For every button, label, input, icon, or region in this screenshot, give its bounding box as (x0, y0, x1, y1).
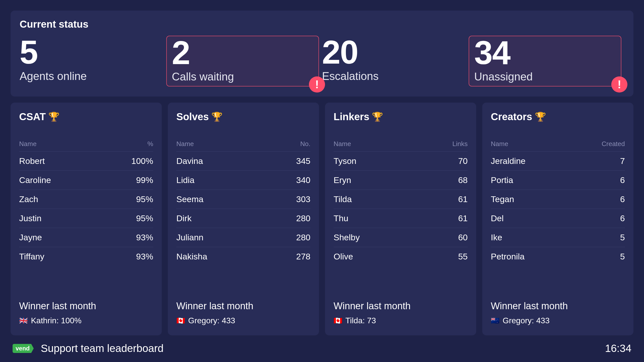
row-value: 7 (620, 156, 625, 166)
row-name: Portia (491, 175, 513, 185)
row-name: Robert (19, 156, 45, 166)
winner-info: 🇨🇦Gregory: 433 (176, 316, 310, 325)
row-name: Lidia (176, 175, 194, 185)
row-name: Shelby (334, 233, 360, 242)
row-value: 345 (296, 156, 310, 166)
board-table: NameLinksTyson70Eryn68Tilda61Thu61Shelby… (334, 140, 468, 266)
row-value: 278 (296, 252, 310, 261)
row-name: Dirk (176, 213, 191, 223)
winner-text: Gregory: 433 (188, 316, 235, 325)
table-row: Petronila5 (491, 247, 625, 266)
row-name: Juliann (176, 233, 204, 242)
status-cell-calls-waiting: 2Calls waiting! (166, 36, 319, 86)
winner-text: Gregory: 433 (503, 316, 550, 325)
row-name: Tyson (334, 156, 356, 166)
row-value: 6 (620, 194, 625, 204)
board-head: NameLinks (334, 140, 468, 152)
row-value: 70 (458, 156, 468, 166)
table-row: Nakisha278 (176, 247, 310, 266)
row-name: Eryn (334, 175, 351, 185)
table-row: Olive55 (334, 247, 468, 266)
winner-label: Winner last month (334, 301, 468, 311)
row-value: 5 (620, 233, 625, 242)
board-head: NameCreated (491, 140, 625, 152)
winner-info: 🇳🇿Gregory: 433 (491, 316, 625, 325)
flag-icon: 🇨🇦 (334, 316, 342, 325)
col-name-header: Name (334, 140, 351, 148)
board-title: Linkers🏆 (334, 111, 468, 122)
winner-label: Winner last month (19, 301, 153, 311)
table-row: Caroline99% (19, 171, 153, 190)
alert-icon: ! (309, 76, 325, 93)
leaderboards: CSAT🏆Name%Robert100%Caroline99%Zach95%Ju… (11, 103, 633, 335)
board-footer: Winner last month🇨🇦Tilda: 73 (334, 291, 468, 325)
row-name: Justin (19, 213, 42, 223)
winner-label: Winner last month (176, 301, 310, 311)
status-cells: 5Agents online2Calls waiting!20Escalatio… (20, 36, 624, 86)
table-row: Tiffany93% (19, 247, 153, 266)
table-row: Davina345 (176, 152, 310, 171)
row-value: 6 (620, 175, 625, 185)
winner-info: 🇬🇧Kathrin: 100% (19, 316, 153, 325)
board-title-text: Linkers (334, 111, 369, 122)
board-title-text: Creators (491, 111, 532, 122)
leaderboard-linkers: Linkers🏆NameLinksTyson70Eryn68Tilda61Thu… (325, 103, 476, 335)
col-name-header: Name (19, 140, 36, 148)
table-row: Seema303 (176, 190, 310, 209)
alert-icon: ! (611, 76, 627, 93)
table-row: Ike5 (491, 228, 625, 247)
col-name-header: Name (491, 140, 508, 148)
bottom-bar: vend Support team leaderboard 16:34 (11, 335, 633, 362)
board-table: NameNo.Davina345Lidia340Seema303Dirk280J… (176, 140, 310, 266)
trophy-icon: 🏆 (535, 112, 546, 122)
row-name: Tiffany (19, 252, 44, 261)
status-value: 2 (172, 36, 314, 69)
row-value: 95% (136, 213, 153, 223)
row-value: 60 (458, 233, 468, 242)
row-name: Davina (176, 156, 203, 166)
flag-icon: 🇳🇿 (491, 316, 500, 325)
row-value: 303 (296, 194, 310, 204)
col-name-header: Name (176, 140, 194, 148)
row-name: Jeraldine (491, 156, 526, 166)
flag-icon: 🇬🇧 (19, 316, 28, 325)
row-value: 280 (296, 213, 310, 223)
dashboard-root: Current status 5Agents online2Calls wait… (0, 0, 644, 362)
winner-text: Tilda: 73 (345, 316, 376, 325)
row-name: Nakisha (176, 252, 207, 261)
table-row: Jayne93% (19, 228, 153, 247)
leaderboard-creators: Creators🏆NameCreatedJeraldine7Portia6Teg… (482, 103, 633, 335)
status-value: 20 (322, 36, 465, 69)
leaderboard-csat: CSAT🏆Name%Robert100%Caroline99%Zach95%Ju… (11, 103, 162, 335)
row-name: Petronila (491, 252, 525, 261)
board-table: Name%Robert100%Caroline99%Zach95%Justin9… (19, 140, 153, 266)
row-value: 95% (136, 194, 153, 204)
row-name: Jayne (19, 233, 42, 242)
table-row: Juliann280 (176, 228, 310, 247)
col-value-header: % (147, 140, 153, 148)
table-row: Jeraldine7 (491, 152, 625, 171)
table-row: Shelby60 (334, 228, 468, 247)
table-row: Robert100% (19, 152, 153, 171)
table-row: Lidia340 (176, 171, 310, 190)
row-value: 99% (136, 175, 153, 185)
row-value: 280 (296, 233, 310, 242)
winner-text: Kathrin: 100% (31, 316, 82, 325)
board-title-text: Solves (176, 111, 209, 122)
board-head: Name% (19, 140, 153, 152)
leaderboard-solves: Solves🏆NameNo.Davina345Lidia340Seema303D… (168, 103, 319, 335)
status-cell-unassigned: 34Unassigned! (469, 36, 621, 86)
row-value: 100% (131, 156, 153, 166)
row-name: Tilda (334, 194, 352, 204)
board-footer: Winner last month🇬🇧Kathrin: 100% (19, 291, 153, 325)
table-row: Tegan6 (491, 190, 625, 209)
table-row: Tyson70 (334, 152, 468, 171)
row-value: 5 (620, 252, 625, 261)
status-label: Agents online (20, 70, 162, 82)
board-title: Solves🏆 (176, 111, 310, 122)
bottom-left: vend Support team leaderboard (13, 342, 164, 354)
winner-label: Winner last month (491, 301, 625, 311)
row-name: Olive (334, 252, 353, 261)
row-name: Thu (334, 213, 348, 223)
col-value-header: Created (602, 140, 625, 148)
